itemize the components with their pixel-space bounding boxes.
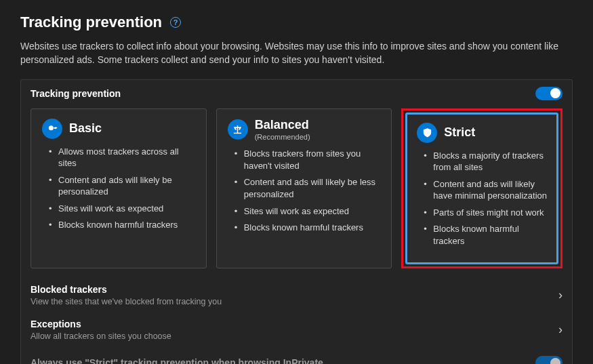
svg-rect-2	[234, 133, 241, 134]
balanced-bullet: Sites will work as expected	[234, 205, 385, 218]
strict-title: Strict	[444, 126, 475, 140]
basic-bullet: Content and ads will likely be personali…	[49, 174, 199, 198]
chevron-right-icon: ›	[558, 323, 563, 337]
svg-rect-1	[237, 125, 238, 133]
exceptions-row[interactable]: Exceptions Allow all trackers on sites y…	[21, 312, 572, 347]
exceptions-sub: Allow all trackers on sites you choose	[30, 331, 171, 341]
basic-title: Basic	[69, 122, 102, 136]
strict-bullet: Blocks known harmful trackers	[424, 223, 551, 247]
tracking-panel: Tracking prevention Basic Allows most tr…	[20, 79, 573, 364]
page-title: Tracking prevention	[20, 14, 162, 31]
strict-highlight: Strict Blocks a majority of trackers fro…	[401, 108, 563, 269]
blocked-trackers-title: Blocked trackers	[30, 284, 222, 295]
help-icon[interactable]: ?	[170, 17, 181, 28]
level-card-strict[interactable]: Strict Blocks a majority of trackers fro…	[405, 113, 558, 265]
balanced-icon	[228, 119, 248, 140]
basic-bullet: Blocks known harmful trackers	[49, 219, 199, 231]
blocked-trackers-row[interactable]: Blocked trackers View the sites that we'…	[21, 278, 572, 312]
chevron-right-icon: ›	[558, 288, 563, 302]
tracking-prevention-toggle[interactable]	[535, 87, 563, 100]
basic-icon	[42, 119, 62, 139]
balanced-bullet: Blocks trackers from sites you haven't v…	[234, 148, 385, 171]
svg-point-0	[48, 125, 53, 130]
strict-bullet: Parts of sites might not work	[424, 207, 551, 219]
level-card-balanced[interactable]: Balanced (Recommended) Blocks trackers f…	[216, 108, 392, 269]
strict-icon	[417, 123, 437, 143]
inprivate-strict-label: Always use "Strict" tracking prevention …	[30, 357, 323, 364]
level-card-basic[interactable]: Basic Allows most trackers across all si…	[30, 108, 207, 269]
blocked-trackers-sub: View the sites that we've blocked from t…	[30, 297, 222, 306]
balanced-title: Balanced	[255, 119, 310, 132]
strict-bullet: Blocks a majority of trackers from all s…	[424, 150, 551, 174]
basic-bullet: Sites will work as expected	[49, 203, 199, 215]
balanced-bullet: Content and ads will likely be less pers…	[234, 176, 385, 200]
balanced-bullet: Blocks known harmful trackers	[234, 222, 385, 234]
inprivate-strict-toggle[interactable]	[535, 356, 563, 364]
exceptions-title: Exceptions	[30, 319, 171, 329]
basic-bullet: Allows most trackers across all sites	[49, 146, 199, 169]
balanced-subtitle: (Recommended)	[255, 133, 310, 141]
panel-title: Tracking prevention	[30, 88, 121, 99]
intro-text: Websites use trackers to collect info ab…	[20, 39, 563, 67]
strict-bullet: Content and ads will likely have minimal…	[424, 178, 551, 202]
